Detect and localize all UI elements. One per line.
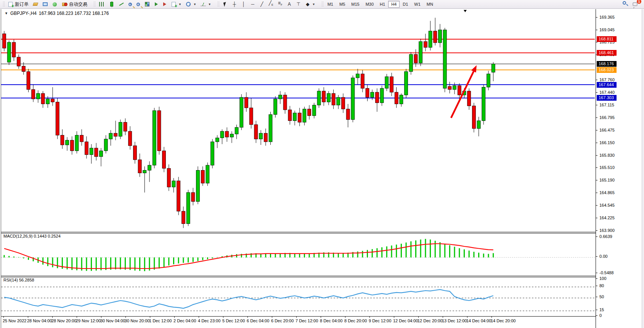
- date-label: 30 Nov 04:00: [100, 318, 125, 323]
- time-tick: [443, 317, 443, 318]
- new-chart-button[interactable]: ▼: [169, 1, 183, 8]
- auto-trading-label: 自动交易: [69, 1, 87, 8]
- candle-up: [104, 139, 108, 151]
- vertical-line-button[interactable]: │: [239, 0, 248, 8]
- channel-button[interactable]: ╱E: [267, 0, 276, 9]
- price-chart-canvas: [1, 9, 595, 232]
- candle-up: [153, 111, 156, 165]
- bar-chart-button[interactable]: [96, 0, 107, 8]
- date-label: 13 Dec 12:00: [442, 318, 467, 323]
- timeframe-button-M5[interactable]: M5: [336, 1, 348, 8]
- timeframe-button-H1[interactable]: H1: [377, 1, 388, 8]
- tile-windows-button[interactable]: [142, 0, 152, 8]
- candle-down: [3, 34, 6, 48]
- trendline-button[interactable]: ╱: [257, 0, 267, 8]
- new-order-button[interactable]: 新订单: [6, 0, 31, 8]
- candle-up: [482, 87, 485, 121]
- rsi-line: [4, 289, 493, 308]
- candle-up: [75, 135, 79, 151]
- search-button[interactable]: [623, 1, 629, 7]
- candle-down: [366, 88, 369, 98]
- time-tick: [296, 317, 297, 318]
- candle-up: [220, 131, 224, 138]
- fibonacci-button[interactable]: ≡F: [276, 0, 285, 9]
- window-right-edge: [642, 9, 644, 328]
- candle-up: [312, 105, 316, 116]
- candle-down: [283, 95, 287, 110]
- chart-shift-icon: [163, 2, 166, 6]
- timeframe-button-MN[interactable]: MN: [424, 1, 436, 8]
- text-label-button[interactable]: ⊤: [294, 0, 303, 8]
- candle-up: [119, 122, 122, 137]
- candle-up: [337, 97, 340, 105]
- candle-down: [27, 72, 30, 90]
- candle-up: [274, 99, 277, 114]
- macd-signal-line: [4, 244, 493, 269]
- main-toolbar: 新订单 自动交易 ▼ ▼ ▼ ┼ │ ─ ╱ ╱E ≡F A ⊤ ◆▼: [0, 0, 644, 9]
- trendline-icon: ╱: [259, 1, 265, 7]
- notifications-button[interactable]: 1: [633, 1, 639, 7]
- rsi-pane[interactable]: RSI(14) 56.2858: [1, 277, 596, 317]
- text-button[interactable]: A: [285, 0, 294, 8]
- timeframe-button-M15[interactable]: M15: [348, 1, 362, 8]
- price-tick-166.475: 166.475: [596, 128, 615, 132]
- time-axis[interactable]: 25 Nov 202228 Nov 04:0028 Nov 20:0029 No…: [1, 317, 596, 328]
- timeframe-button-D1[interactable]: D1: [400, 1, 411, 8]
- toolbar-grip: [321, 1, 323, 7]
- macd-pane[interactable]: MACD(12,26,9) 0.1443 0.2524: [1, 233, 596, 276]
- auto-trading-button[interactable]: 自动交易: [59, 0, 89, 8]
- candle-up: [351, 78, 355, 119]
- candle-chart-button[interactable]: [107, 0, 117, 8]
- candle-down: [395, 92, 398, 104]
- timeframe-button-W1[interactable]: W1: [411, 1, 424, 8]
- navigator-button[interactable]: [50, 1, 59, 8]
- periods-button[interactable]: ▼: [183, 0, 198, 8]
- time-tick: [369, 317, 370, 318]
- date-label: 28 Nov 20:00: [51, 318, 76, 323]
- zoom-out-button[interactable]: [134, 2, 142, 7]
- chart-shift-button[interactable]: [161, 0, 169, 8]
- candle-up: [90, 148, 93, 154]
- tile-windows-icon: [145, 2, 149, 6]
- candle-down: [245, 97, 248, 108]
- macd-tick-0.00: 0.00: [596, 254, 607, 259]
- vertical-line-icon: │: [241, 1, 246, 7]
- date-label: 1 Dec 12:00: [149, 318, 172, 323]
- price-tick-167.760: 167.760: [596, 77, 615, 82]
- timeframe-button-H4[interactable]: H4: [388, 1, 400, 8]
- rsi-tick-15: 15: [596, 307, 604, 312]
- timeframe-button-M30[interactable]: M30: [363, 1, 377, 8]
- time-tick: [77, 317, 77, 318]
- time-tick: [28, 317, 28, 318]
- price-badge-168.023: 168.023: [597, 67, 617, 73]
- price-tick-164.545: 164.545: [596, 203, 615, 207]
- rsi-label: RSI(14) 56.2858: [3, 278, 34, 282]
- toolbar-grip: [217, 1, 219, 7]
- price-tick-166.795: 166.795: [596, 115, 615, 120]
- horizontal-line-button[interactable]: ─: [248, 0, 257, 8]
- candle-up: [438, 30, 442, 43]
- crosshair-button[interactable]: ┼: [230, 0, 239, 8]
- time-tick: [418, 317, 419, 318]
- candle-down: [70, 140, 74, 151]
- price-chart-pane[interactable]: ▼ GBPJPY-,H4 167.963 168.223 167.732 168…: [1, 9, 596, 232]
- candle-up: [230, 134, 233, 137]
- candlestick-icon: [110, 2, 113, 6]
- zoom-in-button[interactable]: [126, 2, 134, 7]
- market-watch-button[interactable]: [31, 0, 40, 8]
- candle-up: [109, 133, 112, 139]
- line-chart-button[interactable]: [117, 0, 126, 8]
- chart-shift-marker-icon[interactable]: [464, 10, 467, 12]
- candle-up: [385, 77, 389, 88]
- timeframe-button-M1[interactable]: M1: [324, 1, 336, 8]
- cursor-button[interactable]: [220, 1, 230, 8]
- indicators-button[interactable]: ▼: [198, 1, 213, 8]
- shapes-button[interactable]: ◆▼: [303, 0, 317, 8]
- price-tick-167.115: 167.115: [596, 103, 614, 107]
- candle-down: [434, 31, 437, 43]
- candle-up: [487, 74, 490, 87]
- auto-scroll-button[interactable]: [152, 0, 161, 8]
- data-window-button[interactable]: [40, 1, 50, 8]
- monitor-icon: [43, 2, 48, 6]
- price-axis[interactable]: 169.365169.045168.725168.405167.760167.4…: [596, 9, 644, 328]
